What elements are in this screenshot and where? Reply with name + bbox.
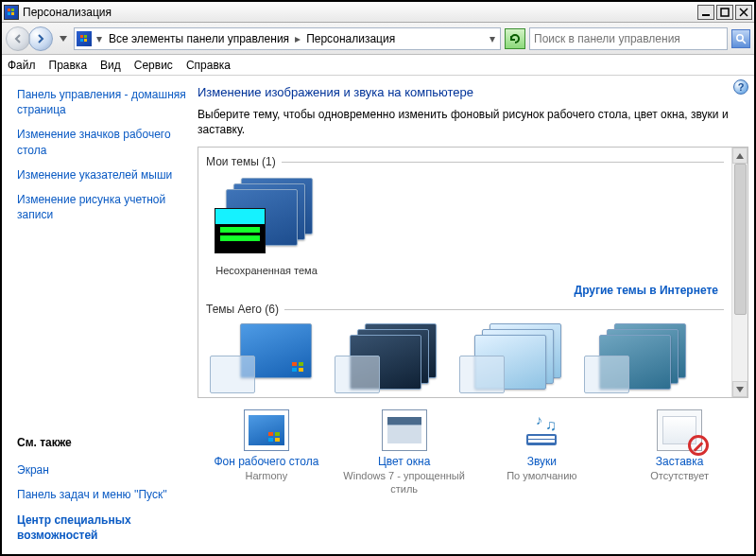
theme-item-unsaved[interactable]: Несохраненная тема xyxy=(210,178,323,276)
aero-themes-header: Темы Aero (6) xyxy=(206,303,724,316)
svg-rect-8 xyxy=(80,35,83,38)
theme-item-aero[interactable] xyxy=(459,323,573,397)
titlebar: Персонализация xyxy=(2,2,754,23)
maximize-button[interactable] xyxy=(716,5,733,20)
menu-help[interactable]: Справка xyxy=(186,59,231,72)
menu-file[interactable]: Файл xyxy=(8,59,36,72)
chevron-down-icon[interactable]: ▾ xyxy=(487,32,498,45)
search-input[interactable] xyxy=(534,32,723,45)
theme-item-aero[interactable] xyxy=(210,323,323,397)
action-sub: По умолчанию xyxy=(479,470,604,483)
svg-rect-18 xyxy=(528,440,555,443)
scroll-thumb[interactable] xyxy=(734,164,747,315)
theme-item-aero[interactable] xyxy=(584,323,697,397)
forward-button[interactable] xyxy=(28,26,53,51)
window-title: Персонализация xyxy=(23,6,697,19)
see-also-heading: См. также xyxy=(17,436,188,449)
screensaver-action[interactable]: Заставка Отсутствует xyxy=(617,409,742,496)
window-color-action[interactable]: Цвет окна Windows 7 - упрощенный стиль xyxy=(342,409,467,496)
close-button[interactable] xyxy=(735,5,752,20)
themes-panel: Мои темы (1) Несохраненная тема Другие т… xyxy=(198,147,748,398)
page-subtitle: Выберите тему, чтобы одновременно измени… xyxy=(198,107,748,137)
control-panel-icon xyxy=(77,31,92,46)
action-title: Звуки xyxy=(479,455,604,468)
refresh-button[interactable] xyxy=(505,28,525,49)
desktop-background-icon xyxy=(244,409,289,451)
svg-text:♪: ♪ xyxy=(536,412,542,427)
action-sub: Harmony xyxy=(204,470,329,483)
desktop-background-action[interactable]: Фон рабочего стола Harmony xyxy=(204,409,329,496)
action-sub: Windows 7 - упрощенный стиль xyxy=(342,470,467,496)
breadcrumb-item[interactable]: Персонализация xyxy=(304,32,397,45)
breadcrumb[interactable]: ▾ Все элементы панели управления ▸ Персо… xyxy=(74,27,501,50)
action-title: Фон рабочего стола xyxy=(204,455,329,468)
svg-rect-11 xyxy=(84,39,87,42)
sounds-action[interactable]: ♪♫ Звуки По умолчанию xyxy=(479,409,604,496)
sidebar-home-link[interactable]: Панель управления - домашняя страница xyxy=(17,87,188,117)
sidebar-pointers-link[interactable]: Изменение указателей мыши xyxy=(17,167,188,182)
minimize-button[interactable] xyxy=(697,5,714,20)
action-sub: Отсутствует xyxy=(617,470,742,483)
more-themes-link[interactable]: Другие темы в Интернете xyxy=(575,284,718,297)
sidebar-account-picture-link[interactable]: Изменение рисунка учетной записи xyxy=(17,192,188,222)
svg-point-12 xyxy=(737,34,743,40)
svg-rect-5 xyxy=(721,9,729,16)
chevron-down-icon[interactable]: ▾ xyxy=(94,32,105,45)
action-title: Заставка xyxy=(617,455,742,468)
scrollbar-vertical[interactable] xyxy=(731,148,747,397)
theme-item-aero[interactable] xyxy=(335,323,448,397)
search-box[interactable] xyxy=(529,27,728,50)
my-themes-header: Мои темы (1) xyxy=(206,155,724,168)
sounds-icon: ♪♫ xyxy=(519,409,564,451)
section-label: Мои темы (1) xyxy=(206,155,276,168)
svg-rect-2 xyxy=(8,12,10,15)
back-button[interactable] xyxy=(6,26,30,51)
svg-rect-1 xyxy=(11,9,14,11)
screensaver-icon xyxy=(657,409,702,451)
svg-line-13 xyxy=(743,40,747,43)
bottom-actions: Фон рабочего стола Harmony Цвет окна Win… xyxy=(198,398,748,496)
svg-rect-17 xyxy=(528,436,555,439)
menu-view[interactable]: Вид xyxy=(100,59,121,72)
app-icon xyxy=(4,5,19,20)
body: Панель управления - домашняя страница Из… xyxy=(2,76,754,554)
window-color-icon xyxy=(382,409,427,451)
personalization-window: Персонализация ▾ Все элементы панели упр… xyxy=(0,0,756,556)
sidebar-desktop-icons-link[interactable]: Изменение значков рабочего стола xyxy=(17,127,188,157)
sidebar-screen-link[interactable]: Экран xyxy=(17,462,188,478)
navbar: ▾ Все элементы панели управления ▸ Персо… xyxy=(2,23,754,55)
svg-rect-10 xyxy=(80,39,83,42)
help-icon[interactable]: ? xyxy=(733,79,748,95)
svg-rect-3 xyxy=(11,12,14,15)
history-dropdown[interactable] xyxy=(57,26,70,51)
sidebar: Панель управления - домашняя страница Из… xyxy=(2,76,196,554)
sidebar-taskbar-link[interactable]: Панель задач и меню ''Пуск'' xyxy=(17,487,188,502)
section-label: Темы Aero (6) xyxy=(206,303,279,316)
breadcrumb-item[interactable]: Все элементы панели управления xyxy=(107,32,291,45)
sidebar-ease-link[interactable]: Центр специальных возможностей xyxy=(17,513,188,543)
menu-edit[interactable]: Правка xyxy=(49,59,88,72)
menu-tools[interactable]: Сервис xyxy=(134,59,173,72)
action-title: Цвет окна xyxy=(342,455,467,468)
svg-text:♫: ♫ xyxy=(545,417,557,433)
main-content: ? Изменение изображения и звука на компь… xyxy=(196,76,754,554)
theme-label: Несохраненная тема xyxy=(210,265,323,276)
svg-rect-9 xyxy=(84,35,87,38)
page-title: Изменение изображения и звука на компьют… xyxy=(198,85,748,99)
scroll-up-button[interactable] xyxy=(732,148,747,164)
search-button[interactable] xyxy=(731,29,750,48)
svg-rect-0 xyxy=(8,9,10,11)
scroll-down-button[interactable] xyxy=(732,381,747,397)
menubar: Файл Правка Вид Сервис Справка xyxy=(2,55,754,76)
chevron-right-icon[interactable]: ▸ xyxy=(293,32,302,45)
